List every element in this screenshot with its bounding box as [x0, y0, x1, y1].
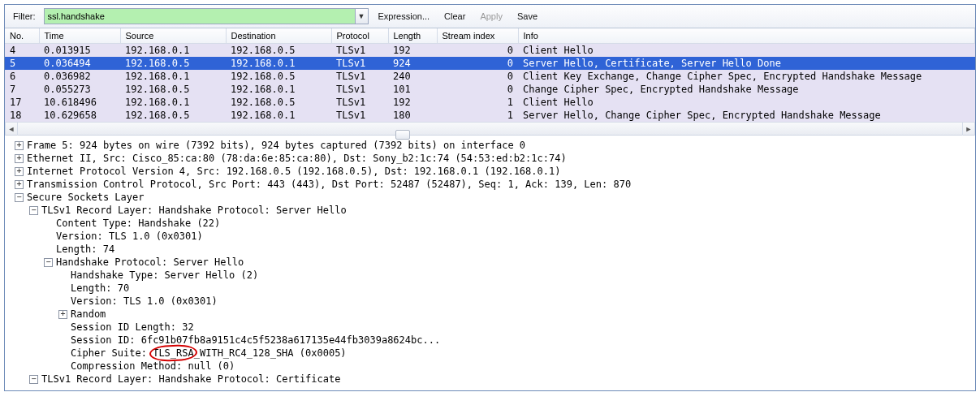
clear-button[interactable]: Clear — [439, 10, 470, 23]
cell-stream: 0 — [437, 44, 518, 58]
detail-line[interactable]: −Handshake Protocol: Server Hello — [8, 256, 975, 269]
cell-stream: 0 — [437, 83, 518, 96]
cell-info: Server Hello, Certificate, Server Hello … — [518, 57, 975, 70]
cell-info: Client Hello — [518, 96, 975, 109]
cell-dst: 192.168.0.1 — [226, 109, 331, 122]
detail-line[interactable]: Version: TLS 1.0 (0x0301) — [8, 230, 975, 243]
detail-line[interactable]: Session ID: 6fc91b07fb8a9151c4c5f5238a61… — [8, 334, 975, 347]
detail-text: TLSv1 Record Layer: Handshake Protocol: … — [41, 204, 347, 217]
cell-len: 240 — [388, 70, 437, 83]
cell-info: Client Hello — [518, 44, 975, 58]
detail-text: Session ID: 6fc91b07fb8a9151c4c5f5238a61… — [71, 334, 440, 347]
expand-icon[interactable]: + — [15, 180, 24, 189]
detail-line[interactable]: +Ethernet II, Src: Cisco_85:ca:80 (78:da… — [8, 152, 975, 165]
table-row[interactable]: 70.055273192.168.0.5192.168.0.1TLSv11010… — [5, 83, 975, 96]
cell-no: 5 — [5, 57, 39, 70]
detail-line[interactable]: +Transmission Control Protocol, Src Port… — [8, 178, 975, 191]
cell-dst: 192.168.0.5 — [226, 96, 331, 109]
cell-info: Change Cipher Spec, Encrypted Handshake … — [518, 83, 975, 96]
collapse-icon[interactable]: − — [29, 206, 38, 215]
cell-src: 192.168.0.1 — [120, 44, 226, 58]
scroll-left-arrow-icon[interactable]: ◄ — [5, 123, 18, 136]
detail-text: Length: 74 — [56, 243, 114, 256]
detail-text: Cipher Suite: — [71, 347, 153, 360]
cell-len: 180 — [388, 109, 437, 122]
cell-no: 4 — [5, 44, 39, 58]
cell-src: 192.168.0.1 — [120, 70, 226, 83]
table-row[interactable]: 1710.618496192.168.0.1192.168.0.5TLSv119… — [5, 96, 975, 109]
cell-time: 0.036494 — [39, 57, 120, 70]
col-source[interactable]: Source — [120, 28, 226, 44]
detail-line[interactable]: +Internet Protocol Version 4, Src: 192.1… — [8, 165, 975, 178]
packet-list: No. Time Source Destination Protocol Len… — [5, 28, 975, 135]
col-destination[interactable]: Destination — [226, 28, 331, 44]
detail-line[interactable]: −Secure Sockets Layer — [8, 191, 975, 204]
table-row[interactable]: 60.036982192.168.0.1192.168.0.5TLSv12400… — [5, 70, 975, 83]
save-button[interactable]: Save — [512, 10, 542, 23]
cell-info: Server Hello, Change Cipher Spec, Encryp… — [518, 109, 975, 122]
highlighted-text: TLS_RSA — [153, 347, 194, 360]
col-info[interactable]: Info — [518, 28, 975, 44]
expand-icon[interactable]: + — [15, 167, 24, 176]
col-time[interactable]: Time — [39, 28, 120, 44]
filter-dropdown-button[interactable]: ▼ — [355, 9, 368, 24]
detail-text: Frame 5: 924 bytes on wire (7392 bits), … — [27, 139, 525, 152]
scroll-right-arrow-icon[interactable]: ► — [962, 123, 975, 136]
cell-stream: 0 — [437, 57, 518, 70]
cell-no: 7 — [5, 83, 39, 96]
filter-input[interactable] — [45, 9, 355, 24]
detail-text: Version: TLS 1.0 (0x0301) — [56, 230, 203, 243]
cell-proto: TLSv1 — [331, 57, 388, 70]
filter-combo[interactable]: ▼ — [44, 8, 369, 24]
collapse-icon[interactable]: − — [29, 375, 38, 384]
detail-line[interactable]: Handshake Type: Server Hello (2) — [8, 269, 975, 282]
detail-line[interactable]: Cipher Suite: TLS_RSA_WITH_RC4_128_SHA (… — [8, 347, 975, 360]
detail-line[interactable]: Content Type: Handshake (22) — [8, 217, 975, 230]
expand-icon[interactable]: + — [58, 310, 67, 319]
cell-dst: 192.168.0.5 — [226, 70, 331, 83]
collapse-icon[interactable]: − — [44, 258, 53, 267]
detail-line[interactable]: +Frame 5: 924 bytes on wire (7392 bits),… — [8, 139, 975, 152]
table-row[interactable]: 1810.629658192.168.0.5192.168.0.1TLSv118… — [5, 109, 975, 122]
detail-text-after: _WITH_RC4_128_SHA (0x0005) — [194, 347, 347, 360]
detail-line[interactable]: Length: 74 — [8, 243, 975, 256]
expand-icon[interactable]: + — [15, 141, 24, 150]
apply-button[interactable]: Apply — [475, 10, 507, 23]
detail-text: Ethernet II, Src: Cisco_85:ca:80 (78:da:… — [27, 152, 567, 165]
cell-no: 17 — [5, 96, 39, 109]
expand-icon[interactable]: + — [15, 154, 24, 163]
detail-text: Content Type: Handshake (22) — [56, 217, 220, 230]
detail-text: Handshake Type: Server Hello (2) — [71, 269, 258, 282]
packet-table-body: 40.013915192.168.0.1192.168.0.5TLSv11920… — [5, 44, 975, 123]
col-no[interactable]: No. — [5, 28, 39, 44]
scroll-thumb[interactable] — [395, 130, 410, 140]
detail-line[interactable]: −TLSv1 Record Layer: Handshake Protocol:… — [8, 204, 975, 217]
table-row[interactable]: 50.036494192.168.0.5192.168.0.1TLSv19240… — [5, 57, 975, 70]
detail-text: Secure Sockets Layer — [27, 191, 145, 204]
detail-line[interactable]: Length: 70 — [8, 282, 975, 295]
col-stream[interactable]: Stream index — [437, 28, 518, 44]
cell-proto: TLSv1 — [331, 44, 388, 58]
detail-text: Session ID Length: 32 — [71, 321, 194, 334]
col-length[interactable]: Length — [388, 28, 437, 44]
collapse-icon[interactable]: − — [15, 193, 24, 202]
packet-table-header: No. Time Source Destination Protocol Len… — [5, 28, 975, 44]
detail-line[interactable]: Session ID Length: 32 — [8, 321, 975, 334]
detail-line[interactable]: Compression Method: null (0) — [8, 360, 975, 373]
cell-proto: TLSv1 — [331, 109, 388, 122]
detail-text: TLSv1 Record Layer: Handshake Protocol: … — [41, 373, 340, 386]
detail-line[interactable]: Version: TLS 1.0 (0x0301) — [8, 295, 975, 308]
cell-stream: 0 — [437, 70, 518, 83]
detail-line[interactable]: −TLSv1 Record Layer: Handshake Protocol:… — [8, 373, 975, 386]
chevron-down-icon: ▼ — [358, 12, 365, 20]
cell-stream: 1 — [437, 109, 518, 122]
cell-proto: TLSv1 — [331, 96, 388, 109]
cell-len: 101 — [388, 83, 437, 96]
cell-time: 0.055273 — [39, 83, 120, 96]
expression-button[interactable]: Expression... — [373, 10, 435, 23]
col-protocol[interactable]: Protocol — [331, 28, 388, 44]
cell-time: 10.629658 — [39, 109, 120, 122]
table-row[interactable]: 40.013915192.168.0.1192.168.0.5TLSv11920… — [5, 44, 975, 58]
horizontal-scrollbar[interactable]: ◄ ► — [5, 122, 975, 135]
detail-line[interactable]: +Random — [8, 308, 975, 321]
